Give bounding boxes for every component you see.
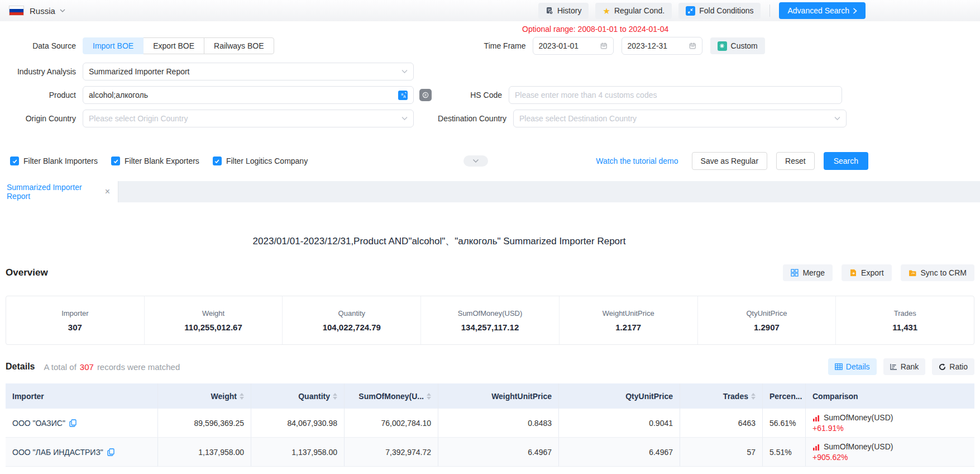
- view-ratio-button[interactable]: Ratio: [932, 358, 974, 375]
- sync-to-crm-label: Sync to CRM: [921, 268, 967, 277]
- end-date-input[interactable]: [628, 41, 689, 50]
- col-trades[interactable]: Trades: [680, 383, 763, 409]
- stat-label: WeightUnitPrice: [603, 309, 654, 317]
- advanced-search-button[interactable]: Advanced Search: [779, 2, 866, 19]
- hs-code-input[interactable]: [515, 91, 836, 99]
- qty-unit-price-cell: 6.4967: [559, 438, 680, 466]
- qty-unit-price-cell: 0.9041: [559, 409, 680, 437]
- comparison-change: +905.62%: [812, 453, 968, 462]
- regular-cond-button[interactable]: ★ Regular Cond.: [595, 3, 672, 19]
- chevron-down-icon: [472, 159, 479, 163]
- custom-label: Custom: [731, 41, 758, 50]
- checkbox-checked-icon[interactable]: [111, 157, 120, 165]
- chevron-down-icon: [401, 116, 408, 121]
- summary-count: 307: [80, 362, 94, 372]
- view-details-button[interactable]: Details: [828, 358, 877, 375]
- stat-label: Trades: [894, 309, 916, 317]
- filter-blank-importers-label: Filter Blank Importers: [23, 157, 98, 165]
- product-input[interactable]: [89, 91, 398, 99]
- calendar-icon[interactable]: [689, 42, 696, 50]
- chevron-down-icon[interactable]: [60, 8, 65, 13]
- product-row: Product я A HS Code: [0, 86, 980, 104]
- calendar-icon[interactable]: [600, 42, 608, 50]
- stat-label: SumOfMoney(USD): [458, 309, 523, 317]
- sync-to-crm-button[interactable]: Sync to CRM: [901, 264, 974, 281]
- origin-country-select[interactable]: [83, 110, 414, 127]
- trades-cell: 6463: [680, 409, 763, 437]
- destination-country-input[interactable]: [519, 114, 834, 123]
- close-icon[interactable]: ×: [104, 187, 111, 197]
- origin-country-input[interactable]: [89, 114, 401, 123]
- ratio-icon: [939, 363, 946, 371]
- view-rank-button[interactable]: Rank: [883, 358, 926, 375]
- tab-railways-boe[interactable]: Railways BOE: [204, 37, 274, 54]
- filters-row: Filter Blank Importers Filter Blank Expo…: [0, 152, 980, 170]
- filter-blank-exporters-checkbox[interactable]: Filter Blank Exporters: [111, 157, 199, 165]
- start-date-field[interactable]: [533, 37, 614, 55]
- stat-sum-of-money: SumOfMoney(USD) 134,257,117.12: [420, 296, 559, 344]
- col-label: SumOfMoney(U...: [358, 392, 424, 401]
- comparison-cell: SumOfMoney(USD) +905.62%: [806, 438, 974, 466]
- overview-heading: Overview: [6, 267, 48, 278]
- country-selector-label[interactable]: Russia: [30, 6, 55, 16]
- hs-code-field[interactable]: [509, 86, 842, 104]
- product-field[interactable]: я A: [83, 86, 414, 104]
- export-button[interactable]: Export: [842, 264, 891, 281]
- trend-chart-icon: [812, 443, 820, 451]
- overview-stats: Importer 307 Weight 110,255,012.67 Quant…: [6, 296, 974, 345]
- col-quantity[interactable]: Quantity: [251, 383, 345, 409]
- filter-blank-importers-checkbox[interactable]: Filter Blank Importers: [10, 157, 98, 165]
- tab-summarized-importer-report[interactable]: Summarized Importer Report ×: [0, 181, 118, 202]
- data-source-tabs: Import BOE Export BOE Railways BOE: [83, 37, 274, 54]
- col-weight[interactable]: Weight: [158, 383, 251, 409]
- stat-value: 1.2907: [754, 323, 780, 332]
- chevron-down-icon: [834, 116, 840, 121]
- table-row: ООО "ОАЗИС" 89,596,369.25 84,067,930.98 …: [6, 409, 974, 438]
- checkbox-checked-icon[interactable]: [213, 157, 222, 165]
- end-date-field[interactable]: [622, 37, 702, 55]
- reset-button[interactable]: Reset: [776, 152, 815, 170]
- export-icon: [849, 269, 857, 277]
- result-tabbar: Summarized Importer Report ×: [0, 181, 980, 202]
- start-date-input[interactable]: [539, 41, 600, 50]
- fold-conditions-button[interactable]: Fold Conditions: [678, 3, 761, 19]
- search-button[interactable]: Search: [824, 152, 868, 170]
- collapse-form-button[interactable]: [463, 155, 488, 167]
- quantity-cell: 84,067,930.98: [251, 409, 345, 437]
- comparison-metric: SumOfMoney(USD): [824, 442, 893, 451]
- details-heading: Details: [6, 362, 35, 372]
- stat-value: 11,431: [892, 323, 917, 332]
- col-sum-of-money[interactable]: SumOfMoney(U...: [345, 383, 438, 409]
- destination-country-label: Destination Country: [414, 114, 513, 123]
- percentage-cell: 56.61%: [763, 409, 806, 437]
- form-actions: Watch the tutorial demo Save as Regular …: [596, 152, 868, 170]
- history-button[interactable]: History: [538, 3, 589, 19]
- importer-name-link[interactable]: ООО "ЛАБ ИНДАСТРИЗ": [12, 448, 103, 457]
- translate-icon[interactable]: я A: [398, 91, 408, 100]
- destination-country-select[interactable]: [513, 110, 847, 127]
- copy-icon[interactable]: [107, 448, 114, 456]
- tab-import-boe[interactable]: Import BOE: [83, 37, 144, 54]
- product-label: Product: [0, 91, 83, 99]
- filter-logitics-company-checkbox[interactable]: Filter Logitics Company: [213, 157, 308, 165]
- tutorial-demo-link[interactable]: Watch the tutorial demo: [596, 157, 678, 165]
- stat-value: 104,022,724.79: [323, 323, 381, 332]
- weight-cell: 89,596,369.25: [158, 409, 251, 437]
- checkbox-checked-icon[interactable]: [10, 157, 19, 165]
- table-row: ООО "ЛАБ ИНДАСТРИЗ" 1,137,958.00 1,137,9…: [6, 438, 974, 467]
- copy-icon[interactable]: [69, 419, 77, 427]
- stat-label: Importer: [61, 309, 88, 317]
- records-summary: A total of307records were matched: [44, 362, 180, 372]
- merge-button[interactable]: Merge: [783, 264, 833, 281]
- comparison-change: +61.91%: [812, 424, 968, 433]
- data-source-label: Data Source: [0, 41, 83, 50]
- save-as-regular-button[interactable]: Save as Regular: [692, 152, 768, 170]
- custom-range-button[interactable]: Custom: [710, 37, 765, 54]
- tab-export-boe[interactable]: Export BOE: [143, 37, 204, 54]
- summary-suffix: records were matched: [97, 362, 180, 372]
- fuzzy-match-icon[interactable]: [419, 89, 432, 101]
- industry-analysis-select[interactable]: Summarized Importer Report: [83, 63, 414, 80]
- importer-name-link[interactable]: ООО "ОАЗИС": [12, 419, 65, 428]
- view-details-label: Details: [846, 362, 870, 371]
- sort-icon: [333, 393, 337, 400]
